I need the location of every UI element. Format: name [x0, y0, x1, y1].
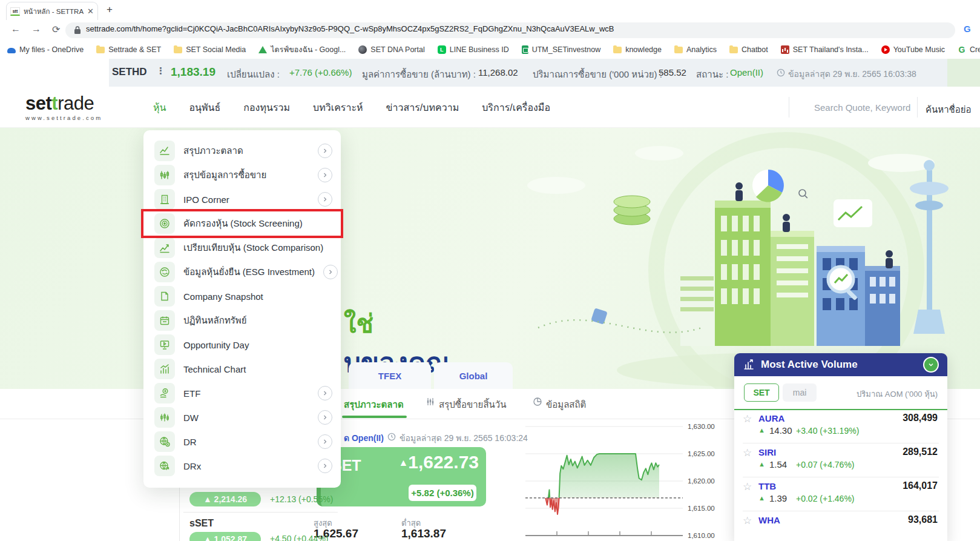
- most-active-header[interactable]: Most Active Volume: [734, 353, 947, 376]
- subtab-eod-summary[interactable]: สรุปซื้อขายสิ้นวัน: [439, 397, 506, 412]
- search-icon[interactable]: [798, 188, 809, 199]
- chevron-right-icon[interactable]: [318, 459, 332, 473]
- bookmark-item[interactable]: SET DNA Portal: [358, 45, 424, 54]
- menu-item-market-summary[interactable]: สรุปภาวะตลาด: [143, 139, 341, 163]
- back-icon[interactable]: ←: [11, 24, 21, 35]
- kebab-menu-icon[interactable]: ⋮: [156, 65, 165, 76]
- bookmark-item[interactable]: ไดรฟ์ของฉัน - Googl...: [258, 44, 346, 56]
- svg-text:1,610.00: 1,610.00: [688, 532, 715, 539]
- chevron-right-icon[interactable]: [318, 192, 332, 207]
- ticker-change-label: เปลี่ยนแปลง :: [227, 67, 280, 82]
- svg-text:1,615.00: 1,615.00: [688, 505, 715, 512]
- menu-item-esg-investment[interactable]: ข้อมูลหุ้นยั่งยืน (ESG Investment): [143, 260, 341, 284]
- settrade-logo[interactable]: settrade www.settrade.com: [25, 94, 102, 121]
- chevron-right-icon[interactable]: [318, 144, 332, 158]
- bookmark-item[interactable]: knowledge: [613, 45, 662, 54]
- bookmark-item[interactable]: LLINE Business ID: [438, 45, 509, 54]
- nav-item-stocks[interactable]: หุ้น: [153, 100, 166, 115]
- url-text: settrade.com/th/home?gclid=Cj0KCQiA-JacB…: [86, 24, 921, 33]
- symbol-lookup-button[interactable]: ค้นหาชื่อย่อ: [926, 102, 972, 117]
- browser-tab[interactable]: stt หน้าหลัก - SETTRADE.COM - จุดปร ✕: [6, 2, 98, 20]
- nav-item-research[interactable]: บทวิเคราะห์: [313, 100, 363, 115]
- ipo-icon: [154, 189, 175, 210]
- menu-item-ipo-corner[interactable]: IPO Corner: [143, 187, 341, 211]
- forward-icon[interactable]: →: [31, 24, 41, 35]
- most-active-row[interactable]: ☆ AURA 308,499 ▲ 14.30 +3.40 (+31.19%): [734, 411, 947, 444]
- logo-subtitle: www.settrade.com: [25, 115, 102, 121]
- menu-item-company-snapshot[interactable]: Company Snapshot: [143, 284, 341, 308]
- bookmark-item[interactable]: GCreator's Playgroun: [958, 45, 980, 54]
- folder-icon: [729, 47, 738, 53]
- tab-close-icon[interactable]: ✕: [87, 7, 94, 15]
- menu-item-dw[interactable]: DW: [143, 405, 341, 430]
- chevron-right-icon[interactable]: [318, 386, 332, 400]
- reload-icon[interactable]: ⟳: [52, 24, 60, 35]
- ticker-next-item-edge[interactable]: [947, 59, 980, 87]
- ticker-status-label: สถานะ :: [696, 67, 728, 82]
- coin-stack: [614, 196, 650, 225]
- favorite-star-icon[interactable]: ☆: [743, 413, 752, 425]
- google-sheet-icon: [522, 45, 528, 54]
- data-studio-icon: [781, 45, 789, 54]
- stocks-dropdown-menu: สรุปภาวะตลาด สรุปข้อมูลการซื้อขาย IPO Co…: [143, 130, 341, 488]
- tab-tfex[interactable]: TFEX: [349, 362, 431, 389]
- favorite-star-icon[interactable]: ☆: [743, 514, 752, 527]
- nav-item-news[interactable]: ข่าวสาร/บทความ: [386, 100, 459, 115]
- nav-item-derivatives[interactable]: อนุพันธ์: [189, 100, 220, 115]
- row-divider: [183, 512, 338, 513]
- bookmark-item[interactable]: My files - OneDrive: [7, 45, 84, 54]
- menu-item-trading-summary[interactable]: สรุปข้อมูลการซื้อขาย: [143, 163, 341, 187]
- esg-icon: [154, 262, 175, 282]
- subtab-market-overview[interactable]: สรุปภาวะตลาด: [344, 397, 404, 412]
- bookmark-item[interactable]: UTM_SETinvestnow: [522, 45, 600, 54]
- bookmark-item[interactable]: YouTube Music: [881, 45, 945, 54]
- most-active-row[interactable]: ☆ TTB 164,017 ▲ 1.39 +0.02 (+1.46%): [734, 479, 947, 512]
- menu-item-stock-comparison[interactable]: เปรียบเทียบหุ้น (Stock Comparison): [143, 236, 341, 260]
- subtab-statistics[interactable]: ข้อมูลสถิติ: [546, 397, 586, 412]
- menu-item-technical-chart[interactable]: Technical Chart: [143, 357, 341, 381]
- collapse-widget-button[interactable]: [923, 357, 939, 373]
- set-index-card[interactable]: SET ▲1,622.73 +5.82 (+0.36%): [317, 447, 486, 506]
- folder-icon: [613, 47, 622, 53]
- bookmark-item[interactable]: Chatbot: [729, 45, 768, 54]
- clock-icon: [777, 68, 785, 77]
- bookmark-item[interactable]: SET Social Media: [174, 45, 246, 54]
- nav-item-services[interactable]: บริการ/เครื่องมือ: [482, 100, 550, 115]
- favorite-star-icon[interactable]: ☆: [743, 446, 752, 459]
- bars-icon: [426, 397, 435, 407]
- most-active-row[interactable]: ☆ SIRI 289,512 ▲ 1.54 +0.07 (+4.76%): [734, 445, 947, 478]
- quote-search-input[interactable]: Search Quote, Keyword: [814, 102, 910, 113]
- hero-illustration: [502, 128, 980, 389]
- bar-chart-arrow-icon: [743, 359, 755, 371]
- menu-item-opportunity-day[interactable]: Opportunity Day: [143, 333, 341, 357]
- favorite-star-icon[interactable]: ☆: [743, 480, 752, 493]
- menu-item-securities-calendar[interactable]: ปฏิทินหลักทรัพย์: [143, 308, 341, 333]
- bookmark-item[interactable]: Settrade & SET: [96, 45, 161, 54]
- settrade-homepage: { "browser": { "tab_title": "หน้าหลัก - …: [0, 0, 980, 541]
- svg-text:1,625.00: 1,625.00: [688, 450, 715, 457]
- menu-item-dr[interactable]: DR: [143, 430, 341, 454]
- menu-item-etf[interactable]: ETF: [143, 381, 341, 405]
- ticker-volume-label: ปริมาณการซื้อขาย ('000 หน่วย) :: [533, 67, 662, 82]
- most-active-tab-set[interactable]: SET: [744, 383, 779, 402]
- menu-item-drx[interactable]: DRx: [143, 454, 341, 478]
- most-active-tab-mai[interactable]: mai: [783, 383, 817, 402]
- google-icon[interactable]: G: [964, 24, 971, 34]
- new-tab-button[interactable]: +: [107, 4, 113, 16]
- widget-title: Most Active Volume: [761, 359, 917, 371]
- volume-unit-label: ปริมาณ AOM ('000 หุ้น): [857, 388, 938, 400]
- tab-global[interactable]: Global: [434, 362, 513, 389]
- chevron-right-icon[interactable]: [318, 410, 332, 425]
- most-active-row[interactable]: ☆ WHA 93,681: [734, 513, 947, 541]
- chevron-right-icon[interactable]: [318, 168, 332, 182]
- chevron-right-icon[interactable]: [318, 434, 332, 449]
- bookmark-item[interactable]: Analytics: [674, 45, 717, 54]
- bookmarks-bar: My files - OneDrive Settrade & SET SET S…: [0, 40, 980, 59]
- folder-icon: [674, 47, 683, 53]
- market-updated: ข้อมูลล่าสุด 29 พ.ย. 2565 16:03:24: [400, 431, 528, 445]
- bookmark-item[interactable]: SET Thailand's Insta...: [781, 45, 869, 54]
- ticker-updated: ข้อมูลล่าสุด 29 พ.ย. 2565 16:03:38: [788, 67, 916, 81]
- chevron-right-icon[interactable]: [323, 265, 338, 279]
- settrade-favicon: stt: [10, 7, 20, 16]
- nav-item-funds[interactable]: กองทุนรวม: [243, 100, 290, 115]
